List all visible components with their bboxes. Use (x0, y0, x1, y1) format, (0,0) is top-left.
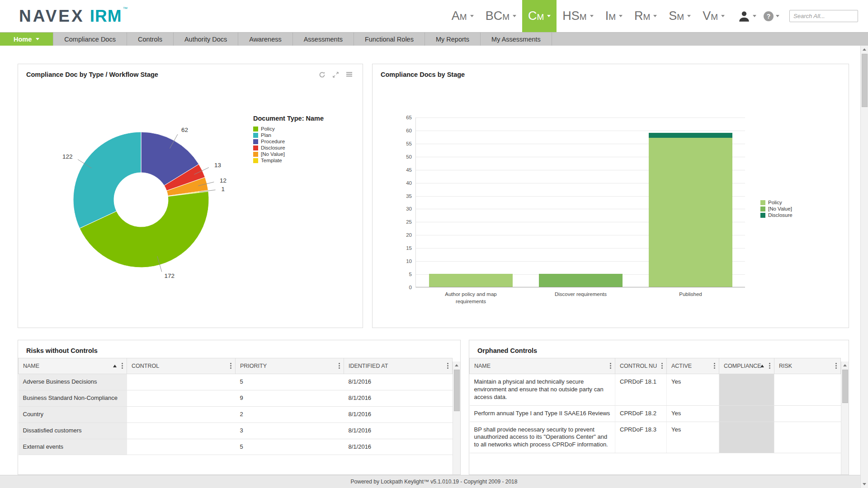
search-input[interactable] (789, 10, 858, 22)
help-icon: ? (764, 11, 774, 21)
column-menu-icon[interactable] (769, 362, 771, 370)
scroll-up-button[interactable] (861, 46, 868, 53)
panel-actions (319, 71, 353, 78)
expand-icon[interactable] (332, 71, 339, 78)
tab-label: Home (14, 36, 32, 43)
column-label: RISK (779, 363, 792, 369)
column-menu-icon[interactable] (121, 362, 123, 370)
legend-item-policy[interactable]: Policy (253, 126, 324, 131)
module-cm[interactable]: Cm (522, 0, 557, 32)
y-tick-label: 0 (397, 285, 412, 290)
tab-my-reports[interactable]: My Reports (425, 33, 481, 46)
table-row[interactable]: BP shall provide necessary security to p… (470, 422, 841, 453)
module-rm[interactable]: Rm (628, 0, 663, 32)
legend-item-template[interactable]: Template (253, 158, 324, 163)
table-row[interactable]: Country28/1/2016 (19, 406, 453, 422)
table-cell: CPRDoF 18.1 (615, 374, 667, 406)
column-menu-icon[interactable] (609, 362, 612, 370)
y-tick-label: 45 (397, 167, 412, 173)
column-header-risk[interactable]: RISK (774, 358, 841, 374)
column-header-control-nu[interactable]: CONTROL NU (615, 358, 667, 374)
column-menu-icon[interactable] (835, 362, 837, 370)
module-sm[interactable]: Sm (663, 0, 697, 32)
table-cell (127, 422, 236, 439)
menu-icon[interactable] (346, 71, 353, 78)
scroll-up-button[interactable] (841, 361, 849, 369)
scroll-thumb[interactable] (842, 370, 848, 403)
table-cell: Perform annual Type I and Type II SAAE16… (470, 405, 615, 422)
pie-data-label: 1 (221, 186, 225, 192)
legend-item-policy[interactable]: Policy (760, 200, 793, 205)
column-header-identified-at[interactable]: IDENTIFIED AT (344, 358, 453, 374)
x-category-label: Author policy and map requirements (433, 291, 509, 305)
table-scrollbar[interactable] (841, 361, 849, 474)
legend-item-disclosure[interactable]: Disclosure (760, 212, 793, 218)
legend-swatch (253, 133, 258, 138)
table-cell: Yes (667, 422, 719, 453)
tab-compliance-docs[interactable]: Compliance Docs (53, 33, 127, 46)
legend-label: Plan (261, 132, 271, 138)
legend-item-procedure[interactable]: Procedure (253, 139, 324, 144)
column-header-name[interactable]: NAME (470, 358, 615, 374)
module-bcm[interactable]: BCm (480, 0, 522, 32)
tab-home[interactable]: Home (0, 33, 53, 46)
legend-item-disclosure[interactable]: Disclosure (253, 145, 324, 150)
header-tools: ? (731, 0, 868, 32)
scroll-down-button[interactable] (861, 480, 868, 488)
tab-assessments[interactable]: Assessments (293, 33, 354, 46)
chevron-down-icon (753, 15, 756, 17)
tab-controls[interactable]: Controls (127, 33, 174, 46)
table-cell (127, 406, 236, 422)
column-menu-icon[interactable] (338, 362, 340, 370)
legend-item-plan[interactable]: Plan (253, 132, 324, 138)
column-menu-icon[interactable] (713, 362, 716, 370)
legend-item-no-value[interactable]: [No Value] (253, 151, 324, 157)
bar-segment-disclosure[interactable] (649, 133, 732, 138)
y-tick-label: 35 (397, 193, 412, 199)
tab-label: Authority Docs (184, 36, 227, 43)
column-header-priority[interactable]: PRIORITY (236, 358, 344, 374)
pie-slice-plan[interactable] (73, 132, 141, 228)
scroll-up-button[interactable] (453, 361, 461, 369)
scroll-thumb[interactable] (862, 54, 868, 107)
table-row[interactable]: Adverse Business Decisions58/1/2016 (19, 374, 453, 390)
bar-segment-policy[interactable] (649, 138, 732, 287)
tab-functional-roles[interactable]: Functional Roles (354, 33, 425, 46)
tab-label: Controls (138, 36, 162, 43)
column-header-compliance[interactable]: COMPLIANCE (719, 358, 774, 374)
bar-segment-no-value[interactable] (539, 274, 623, 287)
tab-awareness[interactable]: Awareness (238, 33, 292, 46)
table-scrollbar[interactable] (453, 361, 460, 474)
table-row[interactable]: Perform annual Type I and Type II SAAE16… (470, 405, 841, 422)
tab-my-assessments[interactable]: My Assessments (481, 33, 552, 46)
table-cell: Yes (667, 374, 719, 406)
table-row[interactable]: Dissatisfied customers38/1/2016 (19, 422, 453, 439)
page-scrollbar[interactable] (860, 46, 868, 488)
column-menu-icon[interactable] (230, 362, 232, 370)
tab-authority-docs[interactable]: Authority Docs (174, 33, 238, 46)
legend-label: Template (261, 158, 282, 163)
user-menu[interactable] (736, 10, 758, 23)
chevron-down-icon (470, 15, 474, 17)
module-vm[interactable]: Vm (697, 0, 731, 32)
column-menu-icon[interactable] (661, 362, 663, 370)
module-hsm[interactable]: HSm (557, 0, 599, 32)
table-row[interactable]: Maintain a physical and technically secu… (470, 374, 841, 406)
risks-table: NAMECONTROLPRIORITYIDENTIFIED ATAdverse … (18, 358, 453, 455)
column-menu-icon[interactable] (447, 362, 449, 370)
module-im[interactable]: Im (599, 0, 628, 32)
refresh-icon[interactable] (319, 71, 326, 78)
help-menu[interactable]: ? (762, 11, 781, 21)
module-am[interactable]: Am (446, 0, 480, 32)
column-header-active[interactable]: ACTIVE (667, 358, 719, 374)
table-row[interactable]: Business Standard Non-Compliance98/1/201… (19, 390, 453, 406)
column-header-control[interactable]: CONTROL (127, 358, 236, 374)
panel-title: Risks without Controls (26, 347, 98, 354)
table-row[interactable]: External events58/1/2016 (19, 439, 453, 455)
y-tick-label: 10 (397, 258, 412, 264)
legend-item-no-value[interactable]: [No Value] (760, 206, 793, 211)
column-header-name[interactable]: NAME (19, 358, 127, 374)
bar-segment-policy[interactable] (429, 274, 513, 287)
scroll-thumb[interactable] (454, 370, 460, 411)
pie-data-label: 122 (62, 153, 73, 160)
